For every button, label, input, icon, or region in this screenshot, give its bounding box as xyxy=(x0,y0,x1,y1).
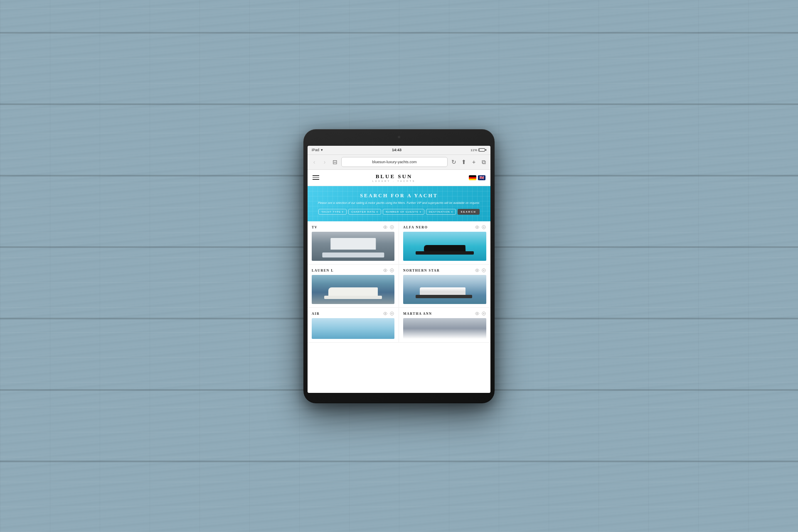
yacht-grid: TV ALFA xyxy=(308,221,490,343)
yacht-alfa-actions xyxy=(475,225,486,230)
ios-nav-bar: ‹ › ⊟ bluesun-luxury-yachts.com ↻ ⬆ + xyxy=(308,155,490,170)
yacht-martha-header: MARTHA ANN xyxy=(403,311,486,316)
yacht-lauren-header: LAUREN L xyxy=(312,268,394,273)
logo-sub-text: LUXURY · YACHTS xyxy=(372,180,416,182)
yacht-northern-actions xyxy=(475,268,486,273)
site-logo: BLUE SUN LUXURY · YACHTS xyxy=(372,173,416,182)
yacht-martha-view-button[interactable] xyxy=(475,311,480,316)
uk-flag-button[interactable] xyxy=(478,175,485,180)
yacht-air-actions xyxy=(383,311,394,316)
tablet-device: iPad ▾ 14:43 11% ‹ › xyxy=(303,129,495,403)
svg-point-0 xyxy=(385,227,386,228)
yacht-type-filter[interactable]: YACHT TYPE ▾ xyxy=(318,209,347,215)
eye-icon xyxy=(475,268,479,272)
battery-fill xyxy=(479,149,480,151)
hamburger-line-1 xyxy=(313,175,319,176)
plus-circle-icon xyxy=(390,225,394,229)
destination-label: DESTINATION xyxy=(429,211,450,213)
yacht-air-header: AIR xyxy=(312,311,394,316)
yacht-alfa-view-button[interactable] xyxy=(475,225,480,230)
yacht-air-view-button[interactable] xyxy=(383,311,388,316)
language-switcher xyxy=(469,175,485,180)
logo-main-text: BLUE SUN xyxy=(372,173,416,180)
yacht-tv-add-button[interactable] xyxy=(389,225,394,230)
yacht-martha-image xyxy=(403,318,486,339)
bookmarks-button[interactable]: ⊟ xyxy=(331,158,339,166)
wifi-icon: ▾ xyxy=(321,148,323,152)
guests-filter[interactable]: NUMBER OF GUESTS ▾ xyxy=(383,209,424,215)
search-title: SEARCH FOR A YACHT xyxy=(313,193,485,199)
battery-tip xyxy=(485,149,486,151)
share-button[interactable]: ⬆ xyxy=(460,158,468,166)
yacht-card-lauren-l: LAUREN L xyxy=(308,265,399,308)
tabs-button[interactable]: ⧉ xyxy=(480,158,488,166)
status-left: iPad ▾ xyxy=(312,148,323,152)
battery-icon xyxy=(478,148,486,152)
destination-filter[interactable]: DESTINATION ▾ xyxy=(426,209,456,215)
yacht-martha-add-button[interactable] xyxy=(481,311,486,316)
status-time: 14:43 xyxy=(392,148,401,152)
yacht-tv-view-button[interactable] xyxy=(383,225,388,230)
refresh-button[interactable]: ↻ xyxy=(450,158,458,166)
yacht-card-air: AIR xyxy=(308,308,399,343)
battery-body xyxy=(478,148,485,152)
yacht-northern-add-button[interactable] xyxy=(481,268,486,273)
yacht-card-alfa-nero: ALFA NERO xyxy=(399,221,490,265)
yacht-lauren-actions xyxy=(383,268,394,273)
eye-icon xyxy=(383,311,387,316)
yacht-tv-name: TV xyxy=(312,226,318,229)
front-camera xyxy=(398,136,400,138)
yacht-alfa-header: ALFA NERO xyxy=(403,225,486,230)
charter-rate-arrow: ▾ xyxy=(377,211,378,213)
address-bar[interactable]: bluesun-luxury-yachts.com xyxy=(341,157,448,167)
yacht-tv-image xyxy=(312,232,394,261)
forward-icon: › xyxy=(324,159,326,165)
yacht-northern-image xyxy=(403,275,486,304)
hamburger-line-3 xyxy=(313,179,319,180)
yacht-air-add-button[interactable] xyxy=(389,311,394,316)
search-button[interactable]: SEARCH xyxy=(458,209,480,215)
yacht-northern-view-button[interactable] xyxy=(475,268,480,273)
yacht-northern-header: NORTHERN STAR xyxy=(403,268,486,273)
forward-button[interactable]: › xyxy=(320,158,329,166)
yacht-type-arrow: ▾ xyxy=(342,211,344,213)
back-button[interactable]: ‹ xyxy=(310,158,318,166)
back-icon: ‹ xyxy=(313,159,315,165)
german-flag-button[interactable] xyxy=(469,175,476,180)
hamburger-menu-button[interactable] xyxy=(313,175,319,180)
charter-rate-filter[interactable]: CHARTER RATE ▾ xyxy=(348,209,381,215)
plus-circle-icon xyxy=(482,225,486,229)
tablet-screen: iPad ▾ 14:43 11% ‹ › xyxy=(308,146,490,393)
share-icon: ⬆ xyxy=(461,159,466,165)
yacht-alfa-add-button[interactable] xyxy=(481,225,486,230)
plus-circle-icon xyxy=(482,311,486,316)
destination-arrow: ▾ xyxy=(451,211,453,213)
hamburger-line-2 xyxy=(313,177,319,178)
tabs-icon: ⧉ xyxy=(482,159,486,166)
battery-percent: 11% xyxy=(470,148,477,152)
eye-icon xyxy=(383,225,387,229)
eye-icon xyxy=(475,225,479,229)
yacht-tv-actions xyxy=(383,225,394,230)
yacht-lauren-view-button[interactable] xyxy=(383,268,388,273)
nav-actions: ↻ ⬆ + ⧉ xyxy=(450,158,488,166)
guests-arrow: ▾ xyxy=(420,211,421,213)
device-label: iPad xyxy=(312,148,319,152)
svg-point-20 xyxy=(477,313,478,314)
add-tab-button[interactable]: + xyxy=(470,158,478,166)
yacht-martha-name: MARTHA ANN xyxy=(403,312,432,316)
site-header: BLUE SUN LUXURY · YACHTS xyxy=(308,170,490,186)
eye-icon xyxy=(475,311,479,316)
yacht-card-northern-star: NORTHERN STAR xyxy=(399,265,490,308)
site-content[interactable]: BLUE SUN LUXURY · YACHTS SEARCH FOR A YA… xyxy=(308,170,490,393)
yacht-air-image xyxy=(312,318,394,339)
yacht-type-label: YACHT TYPE xyxy=(321,211,341,213)
refresh-icon: ↻ xyxy=(451,159,456,165)
flag-stripe-gold xyxy=(469,179,476,180)
yacht-lauren-image xyxy=(312,275,394,304)
svg-point-4 xyxy=(477,227,478,228)
svg-point-12 xyxy=(477,270,478,271)
yacht-air-name: AIR xyxy=(312,312,320,316)
yacht-lauren-add-button[interactable] xyxy=(389,268,394,273)
add-icon: + xyxy=(472,159,475,165)
